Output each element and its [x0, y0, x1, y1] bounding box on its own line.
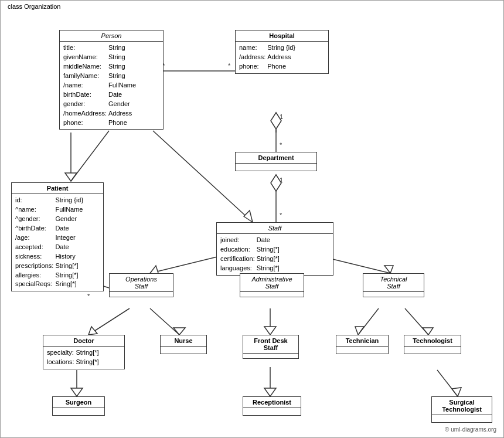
- operations-staff-attrs: [110, 292, 173, 297]
- front-desk-staff-header: Front DeskStaff: [243, 335, 298, 354]
- nurse-header: Nurse: [161, 335, 206, 347]
- diagram-title: class Organization: [5, 3, 63, 10]
- technologist-attrs: [404, 347, 461, 354]
- patient-attrs: id:String {id} ^name:FullName ^gender:Ge…: [12, 194, 103, 291]
- surgical-technologist-header: SurgicalTechnologist: [432, 397, 492, 415]
- surgeon-attrs: [53, 408, 104, 415]
- administrative-staff-attrs: [240, 292, 304, 297]
- svg-marker-13: [65, 173, 77, 181]
- svg-text:*: *: [87, 293, 90, 300]
- technician-attrs: [336, 347, 388, 354]
- svg-text:1: 1: [280, 176, 283, 184]
- svg-text:*: *: [228, 62, 231, 69]
- technician-class: Technician: [336, 335, 389, 354]
- patient-class: Patient id:String {id} ^name:FullName ^g…: [11, 182, 104, 291]
- administrative-staff-header: AdministrativeStaff: [240, 274, 304, 292]
- technical-staff-attrs: [363, 292, 424, 297]
- front-desk-staff-class: Front DeskStaff: [243, 335, 299, 359]
- svg-marker-34: [71, 388, 83, 396]
- svg-line-14: [71, 131, 109, 181]
- staff-attrs: joined:Date education:String[*] certific…: [217, 234, 333, 275]
- svg-line-23: [88, 308, 130, 335]
- operations-staff-header: OperationsStaff: [110, 274, 173, 292]
- svg-line-15: [153, 131, 253, 222]
- person-attrs: title:String givenName:String middleName…: [60, 42, 163, 129]
- svg-marker-36: [264, 388, 276, 396]
- svg-marker-38: [452, 388, 461, 396]
- nurse-class: Nurse: [160, 335, 207, 354]
- department-attrs: [236, 164, 316, 171]
- hospital-attrs: name:String {id} /address:Address phone:…: [236, 42, 328, 73]
- svg-marker-28: [264, 327, 276, 335]
- receptionist-header: Receptionist: [243, 397, 301, 408]
- technologist-class: Technologist: [404, 335, 461, 354]
- svg-text:*: *: [280, 212, 282, 219]
- doctor-attrs: specialty:String[*] locations:String[*]: [43, 347, 124, 369]
- staff-class: Staff joined:Date education:String[*] ce…: [216, 222, 333, 276]
- front-desk-staff-attrs: [243, 354, 298, 358]
- svg-marker-9: [271, 175, 281, 191]
- operations-staff-class: OperationsStaff: [109, 273, 173, 297]
- svg-marker-16: [244, 210, 253, 222]
- svg-marker-32: [423, 328, 433, 335]
- svg-line-25: [150, 308, 179, 335]
- uml-diagram: class Organization * * 1 * 1 *: [0, 0, 504, 438]
- patient-header: Patient: [12, 183, 103, 194]
- svg-line-31: [405, 308, 428, 335]
- administrative-staff-class: AdministrativeStaff: [240, 273, 304, 297]
- svg-marker-22: [384, 266, 393, 273]
- person-header: Person: [60, 30, 163, 42]
- surgical-technologist-attrs: [432, 415, 492, 422]
- doctor-header: Doctor: [43, 335, 124, 347]
- svg-text:1: 1: [280, 113, 283, 120]
- hospital-class: Hospital name:String {id} /address:Addre…: [235, 30, 329, 74]
- technologist-header: Technologist: [404, 335, 461, 347]
- department-header: Department: [236, 152, 316, 164]
- hospital-header: Hospital: [236, 30, 328, 42]
- technical-staff-class: TechnicalStaff: [363, 273, 424, 297]
- nurse-attrs: [161, 347, 206, 354]
- doctor-class: Doctor specialty:String[*] locations:Str…: [43, 335, 125, 369]
- svg-marker-30: [355, 327, 364, 335]
- surgeon-class: Surgeon: [52, 396, 105, 416]
- surgeon-header: Surgeon: [53, 397, 104, 408]
- technician-header: Technician: [336, 335, 388, 347]
- department-class: Department: [235, 152, 317, 171]
- surgical-technologist-class: SurgicalTechnologist: [431, 396, 492, 423]
- copyright: © uml-diagrams.org: [445, 426, 496, 433]
- staff-header: Staff: [217, 223, 333, 234]
- svg-marker-24: [88, 327, 97, 335]
- svg-marker-26: [173, 328, 185, 335]
- receptionist-attrs: [243, 408, 301, 415]
- svg-line-37: [437, 370, 458, 396]
- svg-line-29: [358, 308, 379, 335]
- receptionist-class: Receptionist: [243, 396, 301, 416]
- svg-text:*: *: [280, 141, 282, 148]
- svg-marker-4: [271, 113, 281, 129]
- technical-staff-header: TechnicalStaff: [363, 274, 424, 292]
- person-class: Person title:String givenName:String mid…: [59, 30, 164, 130]
